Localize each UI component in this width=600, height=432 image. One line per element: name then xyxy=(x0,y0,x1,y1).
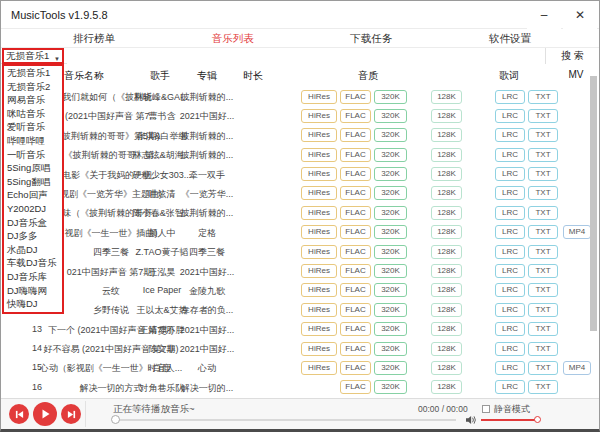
hires-button[interactable]: HiRes xyxy=(301,148,337,162)
128k-button[interactable]: 128K xyxy=(431,109,462,123)
music-source-option[interactable]: 快嗨DJ xyxy=(4,297,62,311)
table-row[interactable]: 10021中国好声音 第7期)王泓昊2021中国好...HiResFLAC320… xyxy=(1,262,591,281)
flac-button[interactable]: FLAC xyxy=(340,322,371,336)
txt-button[interactable]: TXT xyxy=(528,303,558,317)
progress-slider[interactable] xyxy=(114,419,456,421)
tab-settings[interactable]: 软件设置 xyxy=(489,29,531,47)
flac-button[interactable]: FLAC xyxy=(340,380,371,394)
lrc-button[interactable]: LRC xyxy=(495,186,525,200)
minimize-button[interactable]: – xyxy=(527,1,561,29)
music-source-option[interactable]: DJ音乐盒 xyxy=(4,216,62,230)
flac-button[interactable]: FLAC xyxy=(340,90,371,104)
mp4-button[interactable]: MP4 xyxy=(563,361,591,375)
320k-button[interactable]: 320K xyxy=(374,206,407,220)
lrc-button[interactable]: LRC xyxy=(495,342,525,356)
128k-button[interactable]: 128K xyxy=(431,264,462,278)
lrc-button[interactable]: LRC xyxy=(495,322,525,336)
flac-button[interactable]: FLAC xyxy=(340,225,371,239)
table-row[interactable]: 9四季三餐Z.TAO黄子韬四季三餐HiResFLAC320K128KLRCTXT xyxy=(1,242,591,261)
mute-mode-checkbox[interactable] xyxy=(482,405,490,413)
flac-button[interactable]: FLAC xyxy=(340,167,371,181)
hires-button[interactable]: HiRes xyxy=(301,128,337,142)
320k-button[interactable]: 320K xyxy=(374,342,407,356)
txt-button[interactable]: TXT xyxy=(528,225,558,239)
lrc-button[interactable]: LRC xyxy=(495,380,525,394)
txt-button[interactable]: TXT xyxy=(528,206,558,220)
music-source-option[interactable]: 哔哩哔哩 xyxy=(4,134,62,148)
music-source-option[interactable]: DJ多多 xyxy=(4,229,62,243)
320k-button[interactable]: 320K xyxy=(374,361,407,375)
music-source-option[interactable]: 5Sing原唱 xyxy=(4,161,62,175)
txt-button[interactable]: TXT xyxy=(528,186,558,200)
128k-button[interactable]: 128K xyxy=(431,167,462,181)
txt-button[interactable]: TXT xyxy=(528,283,558,297)
lrc-button[interactable]: LRC xyxy=(495,206,525,220)
hires-button[interactable]: HiRes xyxy=(301,245,337,259)
table-row[interactable]: 2(2021中国好声音 第7...曹书含2021中国好...HiResFLAC3… xyxy=(1,106,591,125)
music-source-select[interactable]: 无损音乐1 ▼ xyxy=(2,48,64,64)
txt-button[interactable]: TXT xyxy=(528,109,558,123)
lrc-button[interactable]: LRC xyxy=(495,225,525,239)
music-source-option[interactable]: 无损音乐2 xyxy=(4,80,62,94)
table-row[interactable]: 15心动（影视剧《一生一世》时宜人...白鹿心动HiResFLAC320K128… xyxy=(1,358,591,377)
128k-button[interactable]: 128K xyxy=(431,303,462,317)
hires-button[interactable]: HiRes xyxy=(301,167,337,181)
320k-button[interactable]: 320K xyxy=(374,167,407,181)
128k-button[interactable]: 128K xyxy=(431,380,462,394)
txt-button[interactable]: TXT xyxy=(528,167,558,181)
lrc-button[interactable]: LRC xyxy=(495,303,525,317)
hires-button[interactable]: HiRes xyxy=(301,225,337,239)
table-row[interactable]: 12乡野传说王以太&艾热幸存者的负...HiResFLAC320K128KLRC… xyxy=(1,300,591,319)
128k-button[interactable]: 128K xyxy=(431,361,462,375)
volume-slider[interactable] xyxy=(481,419,539,421)
music-source-option[interactable]: 网易音乐 xyxy=(4,93,62,107)
hires-button[interactable]: HiRes xyxy=(301,322,337,336)
320k-button[interactable]: 320K xyxy=(374,245,407,259)
music-source-option[interactable]: 5Sing翻唱 xyxy=(4,175,62,189)
music-source-option[interactable]: DJ嗨嗨网 xyxy=(4,284,62,298)
table-row[interactable]: 8视剧《一生一世》插曲)颜人中定格HiResFLAC320K128KLRCTXT… xyxy=(1,223,591,242)
hires-button[interactable]: HiRes xyxy=(301,342,337,356)
lrc-button[interactable]: LRC xyxy=(495,128,525,142)
play-button[interactable] xyxy=(33,402,57,426)
mp4-button[interactable]: MP4 xyxy=(563,225,591,239)
128k-button[interactable]: 128K xyxy=(431,342,462,356)
vertical-scrollbar-thumb[interactable] xyxy=(590,76,597,331)
table-row[interactable]: 7味（《披荆斩棘的哥哥...陈小春&张智...披荆斩棘的...HiResFLAC… xyxy=(1,203,591,222)
music-source-option[interactable]: Y2002DJ xyxy=(4,202,62,216)
txt-button[interactable]: TXT xyxy=(528,264,558,278)
table-row[interactable]: 14好不容易 (2021中国好声音 第7期)陈文非2021中国好...HiRes… xyxy=(1,339,591,358)
hires-button[interactable]: HiRes xyxy=(301,264,337,278)
lrc-button[interactable]: LRC xyxy=(495,148,525,162)
lrc-button[interactable]: LRC xyxy=(495,361,525,375)
128k-button[interactable]: 128K xyxy=(431,148,462,162)
320k-button[interactable]: 320K xyxy=(374,322,407,336)
tab-ranking[interactable]: 排行榜单 xyxy=(73,29,115,47)
txt-button[interactable]: TXT xyxy=(528,322,558,336)
next-track-button[interactable] xyxy=(61,404,81,424)
flac-button[interactable]: FLAC xyxy=(340,342,371,356)
320k-button[interactable]: 320K xyxy=(374,283,407,297)
128k-button[interactable]: 128K xyxy=(431,245,462,259)
flac-button[interactable]: FLAC xyxy=(340,264,371,278)
lrc-button[interactable]: LRC xyxy=(495,245,525,259)
music-source-option[interactable]: 无损音乐1 xyxy=(4,66,62,80)
lrc-button[interactable]: LRC xyxy=(495,283,525,297)
flac-button[interactable]: FLAC xyxy=(340,303,371,317)
search-button[interactable]: 搜 索 xyxy=(545,48,599,64)
hires-button[interactable]: HiRes xyxy=(301,361,337,375)
128k-button[interactable]: 128K xyxy=(431,206,462,220)
flac-button[interactable]: FLAC xyxy=(340,283,371,297)
music-source-option[interactable]: 车载DJ音乐 xyxy=(4,256,62,270)
tab-download-tasks[interactable]: 下载任务 xyxy=(350,29,392,47)
320k-button[interactable]: 320K xyxy=(374,90,407,104)
table-row[interactable]: 11云纹Ice Paper金陵九歌HiResFLAC320K128KLRCTXT xyxy=(1,281,591,300)
music-source-option[interactable]: DJ音乐库 xyxy=(4,270,62,284)
progress-handle[interactable] xyxy=(111,415,120,424)
txt-button[interactable]: TXT xyxy=(528,342,558,356)
flac-button[interactable]: FLAC xyxy=(340,148,371,162)
320k-button[interactable]: 320K xyxy=(374,128,407,142)
128k-button[interactable]: 128K xyxy=(431,322,462,336)
hires-button[interactable]: HiRes xyxy=(301,283,337,297)
128k-button[interactable]: 128K xyxy=(431,186,462,200)
